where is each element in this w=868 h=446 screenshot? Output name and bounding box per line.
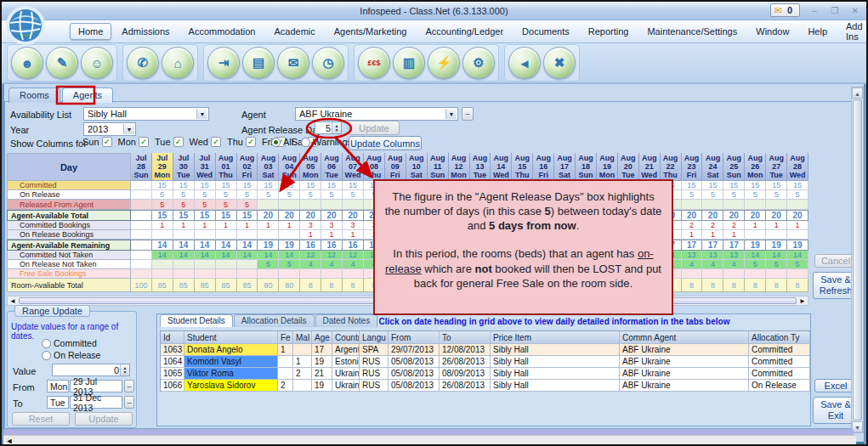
student-row[interactable]: 1066Yaroslava Sidorov219UkrainRUS05/08/2… bbox=[161, 380, 810, 392]
availability-list-select[interactable]: Sibly Hall ▼ bbox=[83, 107, 209, 121]
column-header-commn-agent[interactable]: Commn Agent bbox=[620, 331, 749, 344]
vertical-scrollbar[interactable]: ▲ ▼ bbox=[851, 87, 864, 433]
to-date-picker-button[interactable]: – bbox=[124, 396, 134, 409]
group-icon[interactable]: ☺ bbox=[81, 47, 113, 79]
show-day-checkbox-mon[interactable]: Mon✓ bbox=[118, 137, 149, 147]
restore-button[interactable]: ❐ bbox=[829, 6, 841, 15]
chart-icon[interactable]: ▥ bbox=[393, 47, 425, 79]
show-day-checkbox-thu[interactable]: Thu✓ bbox=[227, 137, 256, 147]
menu-item-accommodation[interactable]: Accommodation bbox=[180, 23, 264, 40]
spinner-arrows-icon[interactable]: ▲▼ bbox=[332, 122, 341, 133]
agent-more-button[interactable]: – bbox=[462, 107, 474, 121]
show-day-checkbox-tue[interactable]: Tue✓ bbox=[155, 137, 184, 147]
scroll-left-icon[interactable]: ◄ bbox=[3, 437, 15, 445]
range-update-button[interactable]: Update bbox=[75, 412, 133, 426]
column-header-price-item[interactable]: Price Item bbox=[491, 331, 620, 344]
date-header-aug-21[interactable]: Aug21Wed bbox=[639, 153, 661, 181]
horizontal-scrollbar[interactable]: ◄ bbox=[3, 435, 856, 446]
menu-item-documents[interactable]: Documents bbox=[513, 23, 578, 40]
scroll-thumb[interactable] bbox=[853, 99, 862, 421]
student-row[interactable]: 1064Komodri Vasyl119EstoniRUS05/08/20132… bbox=[161, 356, 810, 368]
from-date-field[interactable]: 29 Jul 2013 bbox=[70, 380, 122, 392]
date-header-aug-22[interactable]: Aug22Thu bbox=[661, 153, 682, 181]
currency-icon[interactable]: £€$ bbox=[358, 47, 390, 79]
date-header-aug-03[interactable]: Aug03Sat bbox=[258, 153, 279, 181]
settings-gears-icon[interactable]: ⚙ bbox=[462, 47, 495, 79]
tab-allocation-details[interactable]: Allocation Details bbox=[234, 314, 315, 327]
academic-books-icon[interactable]: ▤ bbox=[242, 47, 275, 79]
date-header-aug-16[interactable]: Aug16Fri bbox=[533, 153, 554, 181]
date-header-aug-05[interactable]: Aug05Mon bbox=[300, 153, 321, 181]
date-header-jul-31[interactable]: Jul31Wed bbox=[195, 153, 216, 181]
tab-dated-notes[interactable]: Dated Notes bbox=[315, 314, 378, 327]
date-header-aug-23[interactable]: Aug23Fri bbox=[682, 153, 703, 181]
from-date-picker-button[interactable]: – bbox=[124, 380, 134, 392]
tab-rooms[interactable]: Rooms bbox=[9, 88, 60, 103]
menu-item-agents-marketing[interactable]: Agents/Marketing bbox=[326, 23, 416, 40]
date-header-aug-06[interactable]: Aug06Tue bbox=[321, 153, 343, 181]
scroll-left-icon[interactable]: ◄ bbox=[8, 297, 18, 305]
radio-committed[interactable]: Committed bbox=[42, 338, 97, 348]
date-header-aug-24[interactable]: Aug24Sat bbox=[702, 153, 723, 181]
date-header-aug-04[interactable]: Aug04Sun bbox=[279, 153, 300, 181]
agent-release-days-stepper[interactable]: 5 ▲▼ bbox=[315, 121, 342, 134]
column-header-countr[interactable]: Countr bbox=[332, 331, 360, 344]
date-header-aug-18[interactable]: Aug18Sun bbox=[576, 153, 597, 181]
date-header-jul-29[interactable]: Jul29Mon bbox=[152, 153, 173, 181]
column-header-student[interactable]: Student bbox=[184, 331, 278, 344]
date-header-aug-08[interactable]: Aug08Thu bbox=[364, 153, 385, 181]
student-row[interactable]: 1065Viktor Roma221UkrainRUS05/08/201308/… bbox=[161, 368, 810, 380]
menu-item-window[interactable]: Window bbox=[747, 23, 797, 40]
agent-select[interactable]: ABF Ukraine ▼ bbox=[295, 107, 458, 121]
update-columns-button[interactable]: Update Columns bbox=[349, 136, 422, 150]
date-header-jul-28[interactable]: Jul28Sun bbox=[131, 153, 152, 181]
column-header-mal[interactable]: Mal bbox=[293, 331, 312, 344]
date-header-aug-13[interactable]: Aug13Tue bbox=[470, 153, 491, 181]
date-header-aug-09[interactable]: Aug09Fri bbox=[385, 153, 406, 181]
menu-item-maintenance-settings[interactable]: Maintenance/Settings bbox=[638, 23, 746, 40]
column-header-to[interactable]: To bbox=[440, 331, 491, 344]
student-icon[interactable]: ☻ bbox=[11, 47, 43, 79]
checkin-door-icon[interactable]: ⇥ bbox=[207, 47, 240, 79]
date-header-aug-07[interactable]: Aug07Wed bbox=[343, 153, 364, 181]
date-header-jul-30[interactable]: Jul30Tue bbox=[173, 153, 195, 181]
student-row[interactable]: 1063Donata Angelo117ArgentiSPA29/07/2013… bbox=[161, 344, 810, 356]
close-button[interactable]: ✕ bbox=[849, 6, 861, 15]
date-header-aug-28[interactable]: Aug28Wed bbox=[787, 153, 808, 181]
date-header-aug-14[interactable]: Aug14Wed bbox=[491, 153, 512, 181]
radio-warnings[interactable]: Warnings bbox=[301, 137, 352, 147]
date-header-aug-27[interactable]: Aug27Tue bbox=[766, 153, 787, 181]
accommodation-building-icon[interactable]: ⌂ bbox=[162, 47, 194, 79]
radio-all[interactable]: All bbox=[271, 137, 293, 147]
column-header-id[interactable]: Id bbox=[161, 331, 184, 344]
menu-item-accounting-ledger[interactable]: Accounting/Ledger bbox=[417, 23, 512, 40]
date-header-aug-26[interactable]: Aug26Mon bbox=[745, 153, 766, 181]
menu-item-reporting[interactable]: Reporting bbox=[580, 23, 638, 40]
scroll-up-icon[interactable]: ▲ bbox=[852, 88, 863, 99]
software-document-icon[interactable]: ✉ bbox=[277, 47, 309, 79]
menu-item-admissions[interactable]: Admissions bbox=[113, 23, 178, 40]
date-header-aug-01[interactable]: Aug01Thu bbox=[216, 153, 237, 181]
agents-handshake-icon[interactable]: ✆ bbox=[127, 47, 159, 79]
menu-item-help[interactable]: Help bbox=[799, 23, 836, 40]
value-stepper[interactable]: 0 ▲▼ bbox=[52, 364, 130, 376]
menu-item-home[interactable]: Home bbox=[70, 23, 111, 40]
menu-item-academic[interactable]: Academic bbox=[265, 23, 323, 40]
column-header-from[interactable]: From bbox=[389, 331, 440, 344]
column-header-allocation-ty[interactable]: Allocation Ty bbox=[749, 331, 810, 344]
column-header-age[interactable]: Age bbox=[312, 331, 332, 344]
column-header-langu[interactable]: Langu bbox=[360, 331, 389, 344]
clock-icon[interactable]: ◷ bbox=[312, 47, 344, 79]
tab-agents[interactable]: Agents bbox=[62, 88, 113, 103]
scroll-right-icon[interactable]: ► bbox=[797, 297, 808, 305]
year-select[interactable]: 2013 ▼ bbox=[83, 122, 136, 136]
spinner-arrows-icon[interactable]: ▲▼ bbox=[120, 364, 129, 375]
radio-on-release[interactable]: On Release bbox=[42, 350, 100, 360]
date-header-aug-19[interactable]: Aug19Mon bbox=[597, 153, 618, 181]
date-header-aug-12[interactable]: Aug12Mon bbox=[449, 153, 470, 181]
minimize-button[interactable]: – bbox=[808, 6, 820, 15]
update-button[interactable]: Update bbox=[349, 121, 400, 135]
edit-notes-icon[interactable]: ✎ bbox=[46, 47, 78, 79]
marketing-megaphone-icon[interactable]: ◄ bbox=[508, 47, 541, 79]
date-header-aug-10[interactable]: Aug10Sat bbox=[406, 153, 428, 181]
